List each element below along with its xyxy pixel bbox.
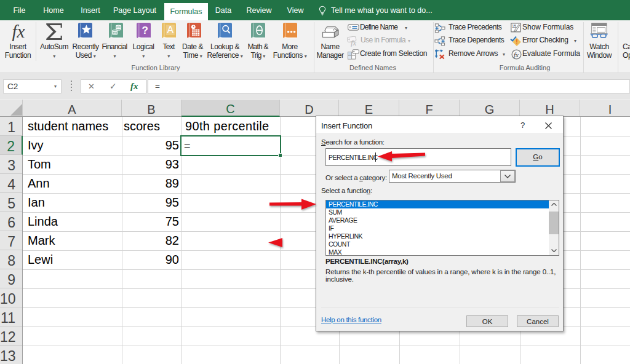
- svg-text:!: !: [516, 38, 518, 46]
- svg-text:fx: fx: [351, 38, 357, 47]
- svg-text:fx: fx: [514, 51, 519, 58]
- svg-text:A: A: [167, 25, 174, 35]
- svg-text:?: ?: [142, 25, 148, 36]
- svg-text:15: 15: [512, 24, 517, 28]
